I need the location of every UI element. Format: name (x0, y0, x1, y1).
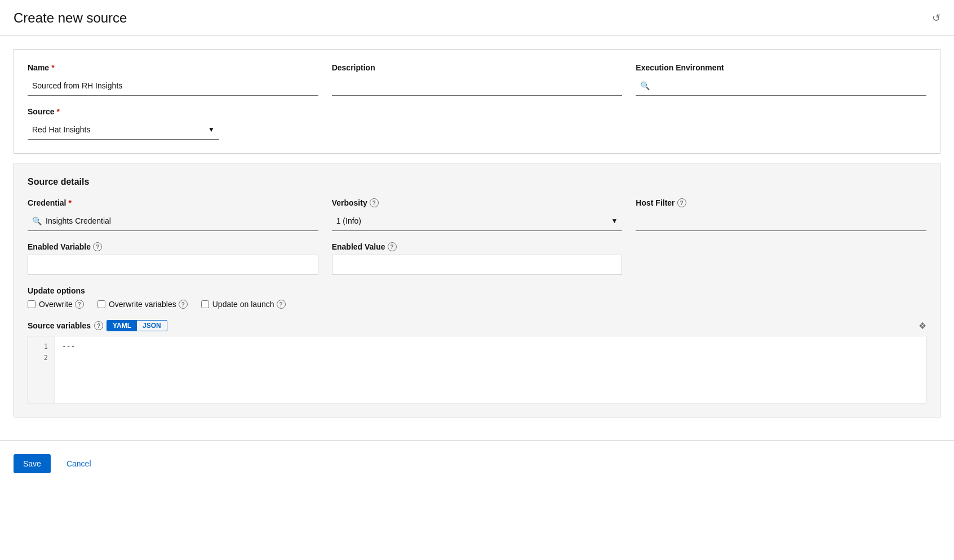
update-options-label: Update options (28, 286, 926, 295)
verbosity-group: Verbosity ? 0 (Warning) 1 (Info) 2 (Debu… (332, 198, 623, 231)
expand-icon[interactable]: ❖ (918, 321, 926, 331)
verbosity-select[interactable]: 0 (Warning) 1 (Info) 2 (Debug) (332, 211, 623, 231)
enabled-var-help-icon[interactable]: ? (93, 242, 102, 251)
description-label: Description (332, 63, 623, 72)
name-required-star: * (51, 63, 54, 72)
update-on-launch-checkbox[interactable] (201, 300, 209, 308)
overwrite-help-icon[interactable]: ? (75, 300, 84, 309)
overwrite-checkbox[interactable] (28, 300, 36, 308)
update-on-launch-help-icon[interactable]: ? (277, 300, 286, 309)
enabled-value-input[interactable] (332, 255, 623, 275)
enabled-value-label: Enabled Value ? (332, 242, 623, 251)
line-number-2: 2 (35, 352, 48, 363)
execution-env-wrapper: 🔍 (636, 75, 926, 96)
verbosity-label: Verbosity ? (332, 198, 623, 207)
line-numbers: 1 2 (28, 336, 55, 403)
host-filter-group: Host Filter ? (636, 198, 926, 231)
enabled-var-label: Enabled Variable ? (28, 242, 318, 251)
source-empty-2 (233, 107, 573, 140)
update-on-launch-group: Update on launch ? (201, 300, 286, 309)
name-group: Name * (28, 63, 318, 96)
execution-env-search-wrapper: 🔍 (636, 75, 926, 96)
overwrite-variables-label: Overwrite variables ? (109, 300, 188, 309)
overwrite-variables-group: Overwrite variables ? (97, 300, 188, 309)
source-label: Source * (28, 107, 219, 116)
credential-label: Credential * (28, 198, 318, 207)
host-filter-input[interactable] (636, 211, 926, 231)
description-input[interactable] (332, 75, 623, 96)
form-footer: Save Cancel (0, 440, 954, 487)
code-editor: 1 2 --- (28, 336, 926, 403)
page-title: Create new source (14, 10, 127, 26)
credential-search-icon: 🔍 (32, 216, 42, 225)
source-select-wrapper: Red Hat Insights Amazon EC2 Google Compu… (28, 119, 219, 140)
source-vars-header: Source variables ? YAML JSON ❖ (28, 320, 926, 331)
form-row-1: Name * Description Execution Environment (28, 63, 926, 96)
update-on-launch-label: Update on launch ? (212, 300, 286, 309)
save-button[interactable]: Save (14, 454, 51, 473)
execution-env-input[interactable] (636, 75, 926, 96)
source-variables-section: Source variables ? YAML JSON ❖ 1 2 (28, 320, 926, 403)
host-filter-help-icon[interactable]: ? (677, 198, 686, 207)
code-line-2 (62, 352, 919, 363)
overwrite-variables-checkbox[interactable] (97, 300, 105, 308)
enabled-value-help-icon[interactable]: ? (388, 242, 397, 251)
enabled-var-input[interactable] (28, 255, 318, 275)
overwrite-variables-help-icon[interactable]: ? (179, 300, 188, 309)
update-options-row: Overwrite ? Overwrite variables ? (28, 300, 926, 309)
cancel-button[interactable]: Cancel (57, 455, 100, 473)
line-number-1: 1 (35, 341, 48, 352)
source-vars-toggle: YAML JSON (107, 320, 167, 331)
reset-icon[interactable]: ↺ (932, 12, 940, 24)
execution-env-search-icon: 🔍 (640, 81, 650, 90)
source-select[interactable]: Red Hat Insights Amazon EC2 Google Compu… (28, 119, 219, 140)
host-filter-label: Host Filter ? (636, 198, 926, 207)
overwrite-label: Overwrite ? (39, 300, 84, 309)
name-label: Name * (28, 63, 318, 72)
source-empty-3 (587, 107, 927, 140)
credential-group: Credential * 🔍 (28, 198, 318, 231)
source-vars-label: Source variables ? (28, 321, 103, 330)
top-form-card: Name * Description Execution Environment (14, 49, 940, 154)
detail-row-2: Enabled Variable ? Enabled Value ? (28, 242, 926, 275)
source-vars-label-row: Source variables ? YAML JSON (28, 320, 167, 331)
credential-search-wrapper: 🔍 (28, 211, 318, 231)
source-vars-help-icon[interactable]: ? (94, 321, 103, 330)
source-details-card: Source details Credential * 🔍 (14, 163, 940, 417)
credential-required-star: * (68, 198, 71, 207)
name-input[interactable] (28, 75, 318, 96)
page-wrapper: Create new source ↺ Name * Descrip (0, 0, 954, 560)
form-row-2: Source * Red Hat Insights Amazon EC2 Goo… (28, 107, 926, 140)
execution-env-label: Execution Environment (636, 63, 926, 72)
detail-empty-3 (636, 242, 926, 275)
enabled-var-group: Enabled Variable ? (28, 242, 318, 275)
json-toggle-button[interactable]: JSON (137, 321, 167, 331)
page-header: Create new source ↺ (0, 0, 954, 35)
code-content[interactable]: --- (55, 336, 926, 403)
code-line-1: --- (62, 341, 919, 352)
yaml-toggle-button[interactable]: YAML (107, 321, 137, 331)
credential-input[interactable] (28, 211, 318, 231)
execution-env-group: Execution Environment 🔍 (636, 63, 926, 96)
source-required-star: * (56, 107, 59, 116)
form-container: Name * Description Execution Environment (0, 35, 954, 440)
enabled-value-group: Enabled Value ? (332, 242, 623, 275)
detail-row-1: Credential * 🔍 Verbosity ? (28, 198, 926, 231)
verbosity-help-icon[interactable]: ? (370, 198, 379, 207)
update-options-section: Update options Overwrite ? Overwrite var… (28, 286, 926, 309)
source-group: Source * Red Hat Insights Amazon EC2 Goo… (28, 107, 219, 140)
source-details-title: Source details (28, 177, 926, 187)
overwrite-group: Overwrite ? (28, 300, 84, 309)
description-group: Description (332, 63, 623, 96)
verbosity-select-wrapper: 0 (Warning) 1 (Info) 2 (Debug) ▼ (332, 211, 623, 231)
